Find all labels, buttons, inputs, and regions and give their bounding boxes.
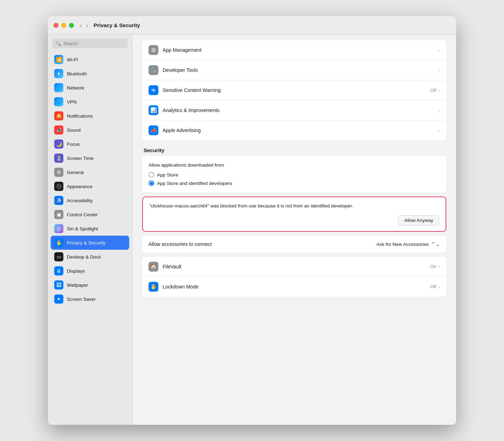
sidebar-item-label-wallpaper: Wallpaper bbox=[67, 282, 88, 288]
sidebar-item-wifi[interactable]: 📶Wi-Fi bbox=[51, 52, 129, 67]
search-box[interactable]: 🔍 bbox=[52, 39, 128, 48]
wallpaper-icon: 🖼 bbox=[54, 280, 63, 290]
sensitive-content-row[interactable]: 👁Sensitive Content WarningOff› bbox=[142, 80, 446, 100]
developer-tools-label: Developer Tools bbox=[163, 67, 439, 73]
main-panel: ⊞App Management›🔧Developer Tools›👁Sensit… bbox=[132, 35, 456, 425]
developer-tools-icon: 🔧 bbox=[149, 65, 158, 75]
allow-anyway-button[interactable]: Allow Anyway bbox=[398, 215, 439, 225]
sidebar-item-label-notifications: Notifications bbox=[67, 113, 93, 119]
sidebar-item-privacy[interactable]: ✋Privacy & Security bbox=[51, 236, 129, 250]
wifi-icon: 📶 bbox=[54, 55, 63, 64]
sidebar-item-displays[interactable]: 🖥Displays bbox=[51, 264, 129, 278]
sidebar-item-label-siri: Siri & Spotlight bbox=[67, 226, 98, 231]
radio-circle-appstore bbox=[149, 172, 154, 178]
sidebar-item-label-wifi: Wi-Fi bbox=[67, 57, 78, 62]
close-button[interactable] bbox=[53, 23, 58, 28]
sidebar-item-focus[interactable]: 🌙Focus bbox=[51, 137, 129, 151]
apple-advertising-row[interactable]: 📣Apple Advertising› bbox=[142, 120, 446, 140]
filevault-value: On bbox=[430, 264, 436, 269]
accessories-label: Allow accessories to connect bbox=[149, 241, 376, 247]
analytics-row[interactable]: 📊Analytics & Improvements› bbox=[142, 100, 446, 120]
focus-icon: 🌙 bbox=[54, 139, 63, 149]
radio-appstore[interactable]: App Store bbox=[149, 172, 440, 178]
screentime-icon: ⏳ bbox=[54, 154, 63, 163]
app-management-icon: ⊞ bbox=[149, 45, 158, 55]
lockdown-label: Lockdown Mode bbox=[163, 284, 430, 290]
sidebar-item-accessibility[interactable]: ♿Accessibility bbox=[51, 193, 129, 207]
sensitive-content-value: Off bbox=[430, 88, 436, 93]
app-management-row[interactable]: ⊞App Management› bbox=[142, 40, 446, 60]
sidebar: 🔍 📶Wi-Fi✦Bluetooth🌐Network🌐VPN🔔Notificat… bbox=[48, 35, 132, 425]
apple-advertising-label: Apple Advertising bbox=[163, 128, 439, 133]
developer-tools-chevron: › bbox=[439, 68, 440, 73]
radio-label-appstore: App Store bbox=[157, 172, 178, 178]
search-icon: 🔍 bbox=[56, 41, 61, 46]
sidebar-item-general[interactable]: ⚙General bbox=[51, 165, 129, 179]
stepper-icon[interactable]: ⌃⌄ bbox=[431, 241, 440, 248]
sidebar-item-notifications[interactable]: 🔔Notifications bbox=[51, 109, 129, 123]
sidebar-item-sound[interactable]: 🔊Sound bbox=[51, 123, 129, 137]
siri-icon: ◎ bbox=[54, 224, 63, 233]
nav-buttons: ‹ › bbox=[78, 21, 89, 29]
search-input[interactable] bbox=[63, 41, 124, 46]
lockdown-value: Off bbox=[430, 284, 436, 289]
sidebar-item-label-screentime: Screen Time bbox=[67, 156, 94, 161]
filevault-row[interactable]: 🏠 FileVault On › bbox=[142, 257, 446, 277]
sidebar-item-siri[interactable]: ◎Siri & Spotlight bbox=[51, 222, 129, 236]
sidebar-item-label-appearance: Appearance bbox=[67, 184, 93, 189]
sidebar-item-label-displays: Displays bbox=[67, 268, 85, 274]
filevault-chevron: › bbox=[439, 264, 440, 269]
sidebar-item-appearance[interactable]: ⚫Appearance bbox=[51, 179, 129, 193]
titlebar: ‹ › Privacy & Security bbox=[48, 16, 456, 35]
sidebar-item-bluetooth[interactable]: ✦Bluetooth bbox=[51, 67, 129, 81]
developer-tools-row[interactable]: 🔧Developer Tools› bbox=[142, 60, 446, 80]
app-management-chevron: › bbox=[439, 48, 440, 53]
back-button[interactable]: ‹ bbox=[78, 21, 83, 29]
sidebar-item-label-privacy: Privacy & Security bbox=[67, 240, 106, 246]
sidebar-item-vpn[interactable]: 🌐VPN bbox=[51, 95, 129, 109]
security-section-title: Security bbox=[144, 147, 446, 153]
blocked-app-box: "clickhouse-macos-aarch64" was blocked f… bbox=[142, 197, 446, 232]
security-block: Allow applications downloaded from App S… bbox=[142, 156, 446, 192]
desktop-icon: ▭ bbox=[54, 252, 63, 261]
sidebar-item-desktop[interactable]: ▭Desktop & Dock bbox=[51, 250, 129, 264]
accessibility-icon: ♿ bbox=[54, 196, 63, 205]
sidebar-item-label-focus: Focus bbox=[67, 142, 80, 147]
lockdown-chevron: › bbox=[439, 284, 440, 289]
displays-icon: 🖥 bbox=[54, 266, 63, 275]
sidebar-item-label-controlcenter: Control Center bbox=[67, 212, 98, 217]
apple-advertising-chevron: › bbox=[439, 128, 440, 133]
sidebar-item-label-screensaver: Screen Saver bbox=[67, 297, 96, 302]
accessories-row[interactable]: Allow accessories to connect Ask for New… bbox=[142, 236, 446, 253]
radio-appstore-identified[interactable]: App Store and identified developers bbox=[149, 180, 440, 186]
network-icon: 🌐 bbox=[54, 83, 63, 92]
sound-icon: 🔊 bbox=[54, 125, 63, 135]
sidebar-item-screentime[interactable]: ⏳Screen Time bbox=[51, 151, 129, 165]
sidebar-item-network[interactable]: 🌐Network bbox=[51, 81, 129, 95]
analytics-icon: 📊 bbox=[149, 105, 158, 115]
apple-advertising-icon: 📣 bbox=[149, 125, 158, 135]
general-icon: ⚙ bbox=[54, 168, 63, 177]
sidebar-item-label-vpn: VPN bbox=[67, 99, 77, 105]
sidebar-item-label-sound: Sound bbox=[67, 128, 81, 133]
minimize-button[interactable] bbox=[61, 23, 66, 28]
traffic-lights bbox=[53, 23, 74, 28]
privacy-rows-block: ⊞App Management›🔧Developer Tools›👁Sensit… bbox=[142, 40, 446, 140]
sidebar-item-controlcenter[interactable]: ▣Control Center bbox=[51, 207, 129, 222]
sidebar-item-wallpaper[interactable]: 🖼Wallpaper bbox=[51, 278, 129, 292]
sidebar-item-label-accessibility: Accessibility bbox=[67, 198, 93, 203]
bottom-rows: 🏠 FileVault On › ✋ Lockdown Mode Off › bbox=[142, 257, 446, 297]
accessories-value: Ask for New Accessories bbox=[376, 242, 429, 247]
allow-downloads-label: Allow applications downloaded from bbox=[149, 162, 440, 168]
blocked-app-message: "clickhouse-macos-aarch64" was blocked f… bbox=[149, 203, 439, 210]
radio-label-appstore-identified: App Store and identified developers bbox=[157, 181, 232, 186]
maximize-button[interactable] bbox=[69, 23, 74, 28]
lockdown-row[interactable]: ✋ Lockdown Mode Off › bbox=[142, 277, 446, 297]
bluetooth-icon: ✦ bbox=[54, 69, 63, 78]
appearance-icon: ⚫ bbox=[54, 182, 63, 191]
analytics-label: Analytics & Improvements bbox=[163, 107, 439, 113]
sidebar-item-label-desktop: Desktop & Dock bbox=[67, 254, 101, 260]
vpn-icon: 🌐 bbox=[54, 97, 63, 106]
forward-button[interactable]: › bbox=[84, 21, 89, 29]
sidebar-item-screensaver[interactable]: ✦Screen Saver bbox=[51, 292, 129, 306]
